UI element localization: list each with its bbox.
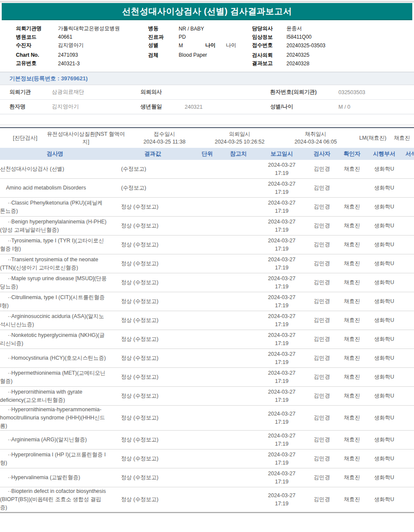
field-value: 김지영아기: [52, 103, 140, 110]
tester-cell: 김민경: [306, 298, 338, 305]
collection-label: 채취일시: [305, 131, 326, 137]
field-value: 240321: [185, 104, 270, 110]
table-row: ··Argininosuccinic aciduria (ASA)(알지노석시닌…: [0, 311, 414, 330]
report-date-cell: 2024-03-27 17:19: [258, 350, 306, 367]
report-date-cell: 2024-03-27 17:19: [258, 294, 306, 310]
field-value: 032503503: [338, 89, 414, 95]
field-label: 결과보고: [252, 60, 286, 67]
test-name-cell: ··Maple syrup urine disease [MSUD](단풍당뇨증…: [0, 275, 110, 291]
department-cell: 생화학U: [366, 392, 402, 400]
department-cell: 생화학U: [366, 336, 402, 343]
result-cell: (수정보고): [110, 184, 195, 192]
info-row: 접수번호 20240325-03503: [252, 41, 326, 50]
info-row: 고유번호 240321-3: [16, 59, 120, 68]
test-name-cell: ··Benign hyperphenylalaninemia (H-PHE)(양…: [0, 218, 110, 234]
report-date-cell: 2024-03-27 17:19: [258, 369, 306, 385]
field-value: 20240328: [286, 61, 309, 67]
basic-info-section: 기본정보(등록번호 : 39769621) 의뢰기관 삼광의료재단 의뢰의사 환…: [0, 72, 414, 114]
field-value: 삼광의료재단: [52, 89, 140, 96]
report-date-cell: 2024-03-27 17:19: [258, 388, 306, 404]
collector-lm: LM(채효진): [356, 135, 390, 142]
field-label: 임상정보: [252, 34, 286, 41]
page-title: 선천성대사이상검사 (선별) 검사결과보고서: [122, 6, 292, 16]
result-cell: 정상 (수정보고): [110, 373, 195, 381]
department-cell: 생화학U: [366, 373, 402, 381]
patient-info-middle-column: 병동 NR / BABY 진료과 PD 성별 M 나이 나이 검체 Blood …: [148, 24, 236, 59]
info-row: 검체 Blood Paper: [148, 51, 236, 60]
field-value: 20240325: [286, 52, 309, 58]
field-label: 담당의사: [252, 25, 286, 32]
age-value: 나이: [226, 42, 236, 49]
test-name-cell: ··Homocystinuria (HCY)(호모시스틴뇨증): [0, 354, 110, 362]
tester-cell: 김민경: [306, 260, 338, 267]
field-value: 20240325-03503: [286, 43, 326, 49]
report-date-cell: 2024-03-27 17:19: [258, 237, 306, 253]
field-label: 의뢰기관명: [16, 25, 58, 32]
confirmer-cell: 채효진: [338, 496, 366, 503]
confirmer-cell: 채효진: [338, 414, 366, 422]
table-row: ··Homocystinuria (HCY)(호모시스틴뇨증) 정상 (수정보고…: [0, 349, 414, 368]
tester-cell: 김민경: [306, 455, 338, 462]
result-cell: 정상 (수정보고): [110, 474, 195, 481]
field-label: 고유번호: [16, 60, 58, 67]
info-row: 결과보고 20240328: [252, 59, 326, 68]
collector-name: 채효진: [390, 135, 414, 142]
department-cell: 생화학U: [366, 496, 402, 503]
result-cell: 정상 (수정보고): [110, 392, 195, 400]
confirmer-cell: 채효진: [338, 355, 366, 362]
tester-cell: 김민경: [306, 474, 338, 481]
field-value: 김지영아기: [58, 42, 84, 49]
report-date-cell: 2024-03-27 17:19: [258, 331, 306, 348]
tester-cell: 김민경: [306, 222, 338, 229]
receipt-value: 2024-03-25 11:38: [143, 139, 186, 145]
confirmer-cell: 채효진: [338, 373, 366, 381]
field-label: 병동: [148, 25, 179, 32]
table-row: ··Hypermethioninemia (MET)(고메티오닌혈증) 정상 (…: [0, 368, 414, 387]
field-value: 240321-3: [58, 61, 80, 67]
result-cell: 정상 (수정보고): [110, 317, 195, 324]
collection-value: 2024-03-24 06:05: [295, 139, 337, 145]
report-date-cell: 2024-03-27 17:19: [258, 492, 306, 508]
info-row: 진료과 PD: [148, 33, 236, 42]
result-cell: 정상 (수정보고): [110, 355, 195, 362]
patient-info-left-column: 의뢰기관명 가톨릭대학교은평성모병원 병원코드 40661 수진자 김지영아기 …: [16, 24, 120, 68]
department-cell: 생화학U: [366, 298, 402, 305]
table-row: ··Biopterin defect in cofactor biosynthe…: [0, 487, 414, 512]
info-row: 병동 NR / BABY: [148, 24, 236, 33]
result-cell: 정상 (수정보고): [110, 260, 195, 267]
table-row: ··Maple syrup urine disease [MSUD](단풍당뇨증…: [0, 273, 414, 292]
field-label: 성별: [148, 42, 179, 49]
report-date-cell: 2024-03-27 17:19: [258, 432, 306, 448]
info-row: 병원코드 40661: [16, 33, 120, 42]
department-cell: 생화학U: [366, 241, 402, 248]
tester-cell: 김민경: [306, 392, 338, 400]
field-label: 접수번호: [252, 42, 286, 49]
field-label: 의뢰의사: [140, 89, 185, 96]
tester-cell: 김민경: [306, 373, 338, 381]
basic-info-row: 의뢰기관 삼광의료재단 의뢰의사 환자번호(의뢰기관) 032503503: [0, 85, 414, 100]
field-value: NR / BABY: [179, 26, 204, 32]
report-date-cell: 2024-03-27 17:19: [258, 199, 306, 215]
report-date-cell: 2024-03-27 17:19: [258, 312, 306, 329]
test-name-cell: ··Biopterin defect in cofactor biosynthe…: [0, 487, 110, 512]
report-page: 선천성대사이상검사 (선별) 검사결과보고서 의뢰기관명 가톨릭대학교은평성모병…: [0, 0, 414, 532]
test-name-cell: ··Argininosuccinic aciduria (ASA)(알지노석시닌…: [0, 312, 110, 329]
test-name-cell: ··Hypervalinemia (고발린혈증): [0, 474, 110, 482]
department-cell: 생화학U: [366, 455, 402, 462]
column-header-unit: 단위: [195, 150, 219, 158]
tester-cell: 김민경: [306, 414, 338, 422]
result-cell: 정상 (수정보고): [110, 436, 195, 443]
field-value: 가톨릭대학교은평성모병원: [58, 25, 120, 32]
result-cell: 정상 (수정보고): [110, 414, 195, 422]
field-label: 검체: [148, 52, 179, 59]
result-cell: (수정보고): [110, 165, 195, 173]
field-value: 2471093: [58, 52, 78, 58]
confirmer-cell: 채효진: [338, 317, 366, 324]
table-row: 선천성대사이상검사 (선별) (수정보고) 2024-03-27 17:19 김…: [0, 160, 414, 179]
department-cell: 생화학U: [366, 355, 402, 362]
test-name-cell: ··Hypermethioninemia (MET)(고메티오닌혈증): [0, 369, 110, 385]
basic-info-row: 환자명 김지영아기 생년월일 240321 성별/나이 M / 0: [0, 100, 414, 114]
table-row: ··Argininemia (ARG)(알지닌혈증) 정상 (수정보고) 202…: [0, 431, 414, 449]
department-cell: 생화학U: [366, 279, 402, 286]
confirmer-cell: 채효진: [338, 455, 366, 462]
